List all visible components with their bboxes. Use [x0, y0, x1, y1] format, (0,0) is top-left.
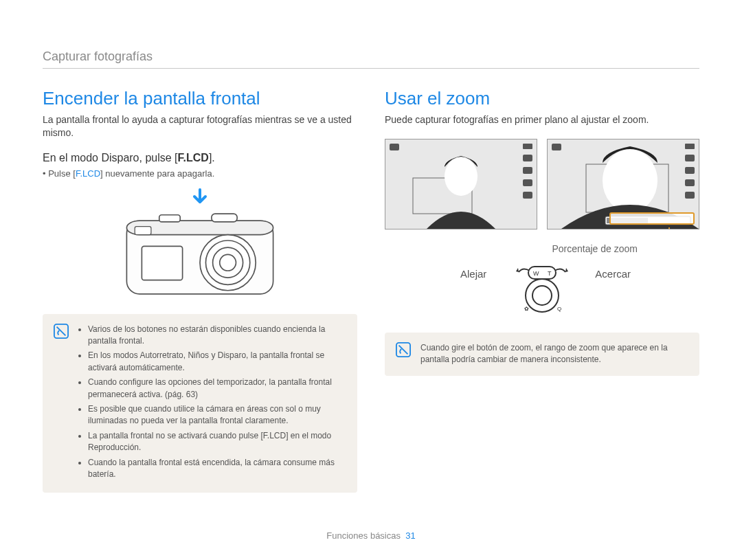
svg-rect-25	[685, 155, 695, 161]
svg-rect-14	[390, 144, 399, 150]
svg-rect-32	[528, 267, 556, 279]
note-item: Cuando la pantalla frontal está encendid…	[88, 457, 346, 481]
svg-rect-17	[523, 167, 532, 174]
sub-prefix: • Pulse [	[43, 168, 76, 179]
svg-rect-23	[552, 144, 561, 150]
note-icon	[54, 324, 70, 484]
svg-point-13	[445, 157, 477, 196]
intro-zoom: Puede capturar fotografías en primer pla…	[385, 113, 699, 126]
svg-point-9	[220, 254, 236, 271]
zoom-percentage-label: Porcentaje de zoom	[385, 243, 699, 254]
svg-text:T: T	[548, 270, 552, 277]
zoom-dial-illustration: Alejar Acercar W T ✿ Q	[385, 264, 699, 315]
svg-rect-27	[685, 179, 695, 186]
svg-rect-16	[523, 155, 532, 161]
svg-rect-28	[685, 192, 695, 199]
column-zoom: Usar el zoom Puede capturar fotografías …	[385, 88, 699, 493]
note-item: La pantalla frontal no se activará cuand…	[88, 430, 346, 454]
substep-press-again: • Pulse [F.LCD] nuevamente para apagarla…	[43, 168, 357, 179]
svg-text:Q: Q	[557, 306, 561, 312]
note-box-front-lcd: Varios de los botones no estarán disponi…	[43, 314, 357, 493]
zoom-dial-icon: W T ✿ Q	[509, 264, 575, 315]
step-press-flcd: En el modo Disparo, pulse [F.LCD].	[43, 152, 357, 164]
svg-rect-3	[212, 214, 237, 222]
svg-text:✿: ✿	[524, 306, 529, 312]
callout-connector-icon	[668, 227, 670, 229]
arrow-down-icon	[192, 188, 208, 208]
svg-rect-2	[159, 215, 180, 222]
svg-rect-15	[523, 144, 532, 149]
column-front-lcd: Encender la pantalla frontal La pantalla…	[43, 88, 357, 493]
footer-page-number: 31	[405, 530, 415, 541]
zoom-out-label: Alejar	[460, 268, 486, 280]
svg-rect-4	[135, 226, 151, 234]
svg-rect-18	[523, 179, 532, 186]
svg-rect-26	[685, 167, 695, 174]
two-column-layout: Encender la pantalla frontal La pantalla…	[43, 88, 699, 493]
svg-rect-5	[142, 246, 182, 280]
note-list: Varios de los botones no estarán disponi…	[78, 324, 346, 484]
note-text: Cuando gire el botón de zoom, el rango d…	[420, 342, 688, 366]
page-footer: Funciones básicas 31	[0, 530, 742, 541]
note-item: Cuando configure las opciones del tempor…	[88, 377, 346, 401]
intro-front-lcd: La pantalla frontal lo ayuda a capturar …	[43, 113, 357, 139]
svg-text:W: W	[533, 270, 539, 277]
step-prefix: En el modo Disparo, pulse [	[43, 152, 178, 164]
zoom-screenshots	[385, 139, 699, 229]
note-item: En los modos Autorretrato, Niños y Dispa…	[88, 350, 346, 374]
svg-rect-24	[685, 144, 695, 149]
step-key: F.LCD	[178, 152, 209, 164]
note-box-zoom: Cuando gire el botón de zoom, el rango d…	[385, 333, 699, 376]
section-title-zoom: Usar el zoom	[385, 88, 699, 109]
camera-illustration	[43, 188, 357, 300]
sub-suffix: ] nuevamente para apagarla.	[100, 168, 214, 179]
zoom-screenshot-wide	[385, 139, 537, 229]
zoom-in-label: Acercar	[595, 268, 631, 280]
zoom-bar-highlight	[609, 212, 695, 225]
step-suffix: ].	[209, 152, 215, 164]
section-title-front-lcd: Encender la pantalla frontal	[43, 88, 357, 109]
svg-point-36	[532, 286, 552, 305]
breadcrumb: Capturar fotografías	[43, 49, 699, 69]
note-item: Varios de los botones no estarán disponi…	[88, 324, 346, 348]
svg-point-22	[603, 149, 657, 212]
camera-icon	[124, 210, 276, 298]
manual-page: Capturar fotografías Encender la pantall…	[0, 0, 742, 560]
footer-section: Funciones básicas	[326, 530, 401, 541]
svg-rect-19	[523, 192, 532, 199]
sub-key: F.LCD	[76, 168, 100, 179]
zoom-screenshot-tele	[547, 139, 699, 229]
note-icon	[396, 342, 412, 366]
note-item: Es posible que cuando utilice la cámara …	[88, 403, 346, 427]
